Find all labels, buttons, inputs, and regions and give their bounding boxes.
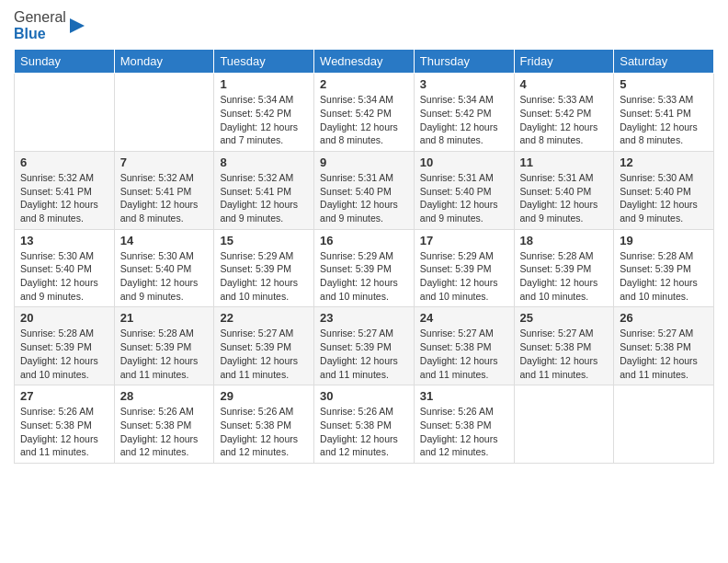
day-cell: 30Sunrise: 5:26 AM Sunset: 5:38 PM Dayli… bbox=[314, 385, 415, 464]
day-number: 11 bbox=[520, 155, 609, 169]
day-info: Sunrise: 5:28 AM Sunset: 5:39 PM Dayligh… bbox=[620, 249, 708, 304]
day-cell: 31Sunrise: 5:26 AM Sunset: 5:38 PM Dayli… bbox=[414, 385, 514, 464]
day-number: 2 bbox=[320, 77, 408, 91]
day-number: 25 bbox=[520, 311, 609, 325]
day-cell: 16Sunrise: 5:29 AM Sunset: 5:39 PM Dayli… bbox=[314, 229, 415, 307]
day-number: 27 bbox=[20, 389, 108, 403]
day-cell: 25Sunrise: 5:27 AM Sunset: 5:38 PM Dayli… bbox=[514, 307, 614, 385]
day-number: 21 bbox=[120, 311, 209, 325]
day-cell: 15Sunrise: 5:29 AM Sunset: 5:39 PM Dayli… bbox=[214, 229, 314, 307]
day-info: Sunrise: 5:26 AM Sunset: 5:38 PM Dayligh… bbox=[120, 405, 209, 459]
day-info: Sunrise: 5:27 AM Sunset: 5:38 PM Dayligh… bbox=[620, 327, 708, 381]
day-info: Sunrise: 5:30 AM Sunset: 5:40 PM Dayligh… bbox=[20, 249, 108, 304]
day-number: 16 bbox=[320, 234, 408, 247]
day-cell: 26Sunrise: 5:27 AM Sunset: 5:38 PM Dayli… bbox=[614, 307, 714, 385]
logo-area: General Blue bbox=[14, 9, 86, 41]
day-number: 19 bbox=[620, 234, 708, 247]
day-info: Sunrise: 5:33 AM Sunset: 5:41 PM Dayligh… bbox=[620, 93, 708, 147]
day-info: Sunrise: 5:30 AM Sunset: 5:40 PM Dayligh… bbox=[620, 171, 708, 225]
day-info: Sunrise: 5:29 AM Sunset: 5:39 PM Dayligh… bbox=[420, 249, 508, 304]
day-number: 18 bbox=[520, 234, 609, 247]
day-cell bbox=[614, 385, 714, 464]
day-cell: 11Sunrise: 5:31 AM Sunset: 5:40 PM Dayli… bbox=[514, 151, 614, 229]
day-number: 10 bbox=[420, 155, 508, 169]
header-day-wednesday: Wednesday bbox=[314, 50, 415, 74]
day-info: Sunrise: 5:32 AM Sunset: 5:41 PM Dayligh… bbox=[20, 171, 108, 225]
day-number: 20 bbox=[20, 311, 108, 325]
day-info: Sunrise: 5:30 AM Sunset: 5:40 PM Dayligh… bbox=[120, 249, 209, 304]
logo-general-text: General bbox=[14, 9, 66, 26]
week-row-5: 27Sunrise: 5:26 AM Sunset: 5:38 PM Dayli… bbox=[15, 385, 714, 464]
day-info: Sunrise: 5:26 AM Sunset: 5:38 PM Dayligh… bbox=[220, 405, 308, 459]
day-info: Sunrise: 5:27 AM Sunset: 5:38 PM Dayligh… bbox=[520, 327, 609, 381]
day-cell: 13Sunrise: 5:30 AM Sunset: 5:40 PM Dayli… bbox=[15, 229, 115, 307]
day-cell: 22Sunrise: 5:27 AM Sunset: 5:39 PM Dayli… bbox=[214, 307, 314, 385]
day-info: Sunrise: 5:28 AM Sunset: 5:39 PM Dayligh… bbox=[520, 249, 609, 304]
week-row-2: 6Sunrise: 5:32 AM Sunset: 5:41 PM Daylig… bbox=[15, 151, 714, 229]
day-number: 26 bbox=[620, 311, 708, 325]
day-cell: 9Sunrise: 5:31 AM Sunset: 5:40 PM Daylig… bbox=[314, 151, 415, 229]
logo: General Blue bbox=[14, 9, 86, 41]
day-cell: 7Sunrise: 5:32 AM Sunset: 5:41 PM Daylig… bbox=[114, 151, 214, 229]
day-number: 13 bbox=[20, 234, 108, 247]
header-day-sunday: Sunday bbox=[15, 50, 115, 74]
day-number: 5 bbox=[620, 77, 708, 91]
day-number: 14 bbox=[120, 234, 209, 247]
day-number: 6 bbox=[20, 155, 108, 169]
day-info: Sunrise: 5:27 AM Sunset: 5:38 PM Dayligh… bbox=[420, 327, 508, 381]
day-number: 7 bbox=[120, 155, 209, 169]
day-cell bbox=[114, 74, 214, 152]
header-row: SundayMondayTuesdayWednesdayThursdayFrid… bbox=[15, 50, 714, 74]
logo-icon bbox=[68, 13, 86, 39]
day-cell: 12Sunrise: 5:30 AM Sunset: 5:40 PM Dayli… bbox=[614, 151, 714, 229]
day-info: Sunrise: 5:29 AM Sunset: 5:39 PM Dayligh… bbox=[220, 249, 308, 304]
day-number: 9 bbox=[320, 155, 408, 169]
day-number: 17 bbox=[420, 234, 508, 247]
day-number: 30 bbox=[320, 389, 408, 403]
day-info: Sunrise: 5:28 AM Sunset: 5:39 PM Dayligh… bbox=[20, 327, 108, 381]
day-cell: 20Sunrise: 5:28 AM Sunset: 5:39 PM Dayli… bbox=[15, 307, 115, 385]
day-number: 3 bbox=[420, 77, 508, 91]
day-cell: 23Sunrise: 5:27 AM Sunset: 5:39 PM Dayli… bbox=[314, 307, 415, 385]
week-row-3: 13Sunrise: 5:30 AM Sunset: 5:40 PM Dayli… bbox=[15, 229, 714, 307]
day-cell: 2Sunrise: 5:34 AM Sunset: 5:42 PM Daylig… bbox=[314, 74, 415, 152]
day-cell: 1Sunrise: 5:34 AM Sunset: 5:42 PM Daylig… bbox=[214, 74, 314, 152]
day-number: 15 bbox=[220, 234, 308, 247]
day-cell: 28Sunrise: 5:26 AM Sunset: 5:38 PM Dayli… bbox=[114, 385, 214, 464]
day-number: 1 bbox=[220, 77, 308, 91]
day-info: Sunrise: 5:26 AM Sunset: 5:38 PM Dayligh… bbox=[20, 405, 108, 459]
day-cell: 29Sunrise: 5:26 AM Sunset: 5:38 PM Dayli… bbox=[214, 385, 314, 464]
day-info: Sunrise: 5:34 AM Sunset: 5:42 PM Dayligh… bbox=[320, 93, 408, 147]
calendar-table: SundayMondayTuesdayWednesdayThursdayFrid… bbox=[14, 49, 714, 464]
day-number: 31 bbox=[420, 389, 508, 403]
day-number: 4 bbox=[520, 77, 609, 91]
day-number: 8 bbox=[220, 155, 308, 169]
day-number: 28 bbox=[120, 389, 209, 403]
day-cell: 18Sunrise: 5:28 AM Sunset: 5:39 PM Dayli… bbox=[514, 229, 614, 307]
day-cell: 19Sunrise: 5:28 AM Sunset: 5:39 PM Dayli… bbox=[614, 229, 714, 307]
day-info: Sunrise: 5:26 AM Sunset: 5:38 PM Dayligh… bbox=[420, 405, 508, 459]
day-number: 29 bbox=[220, 389, 308, 403]
day-info: Sunrise: 5:31 AM Sunset: 5:40 PM Dayligh… bbox=[520, 171, 609, 225]
day-cell: 21Sunrise: 5:28 AM Sunset: 5:39 PM Dayli… bbox=[114, 307, 214, 385]
day-cell: 10Sunrise: 5:31 AM Sunset: 5:40 PM Dayli… bbox=[414, 151, 514, 229]
day-cell: 4Sunrise: 5:33 AM Sunset: 5:42 PM Daylig… bbox=[514, 74, 614, 152]
day-cell: 8Sunrise: 5:32 AM Sunset: 5:41 PM Daylig… bbox=[214, 151, 314, 229]
day-info: Sunrise: 5:32 AM Sunset: 5:41 PM Dayligh… bbox=[220, 171, 308, 225]
day-cell: 14Sunrise: 5:30 AM Sunset: 5:40 PM Dayli… bbox=[114, 229, 214, 307]
header-day-saturday: Saturday bbox=[614, 50, 714, 74]
day-cell bbox=[514, 385, 614, 464]
day-info: Sunrise: 5:27 AM Sunset: 5:39 PM Dayligh… bbox=[220, 327, 308, 381]
header: General Blue bbox=[14, 9, 714, 41]
day-info: Sunrise: 5:27 AM Sunset: 5:39 PM Dayligh… bbox=[320, 327, 408, 381]
week-row-1: 1Sunrise: 5:34 AM Sunset: 5:42 PM Daylig… bbox=[15, 74, 714, 152]
day-number: 23 bbox=[320, 311, 408, 325]
day-number: 22 bbox=[220, 311, 308, 325]
day-cell: 27Sunrise: 5:26 AM Sunset: 5:38 PM Dayli… bbox=[15, 385, 115, 464]
day-info: Sunrise: 5:34 AM Sunset: 5:42 PM Dayligh… bbox=[220, 93, 308, 147]
day-info: Sunrise: 5:28 AM Sunset: 5:39 PM Dayligh… bbox=[120, 327, 209, 381]
day-info: Sunrise: 5:34 AM Sunset: 5:42 PM Dayligh… bbox=[420, 93, 508, 147]
day-info: Sunrise: 5:32 AM Sunset: 5:41 PM Dayligh… bbox=[120, 171, 209, 225]
day-info: Sunrise: 5:29 AM Sunset: 5:39 PM Dayligh… bbox=[320, 249, 408, 304]
header-day-thursday: Thursday bbox=[414, 50, 514, 74]
